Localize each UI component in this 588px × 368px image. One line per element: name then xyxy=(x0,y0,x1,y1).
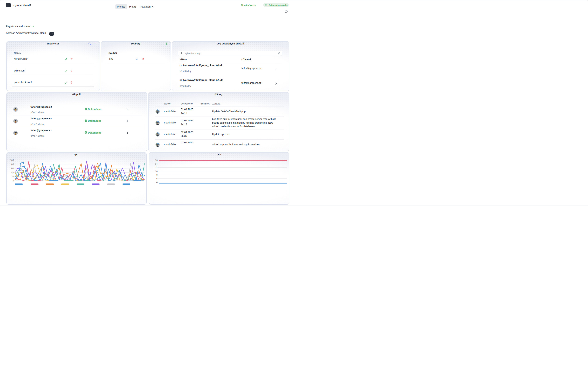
svg-text:14: 14 xyxy=(155,163,158,165)
svg-text:4: 4 xyxy=(156,181,158,184)
svg-text:6: 6 xyxy=(156,177,158,180)
svg-text:12: 12 xyxy=(155,166,158,169)
svg-text:8: 8 xyxy=(156,174,158,176)
svg-text:16: 16 xyxy=(155,159,158,161)
svg-text:10: 10 xyxy=(155,170,158,173)
